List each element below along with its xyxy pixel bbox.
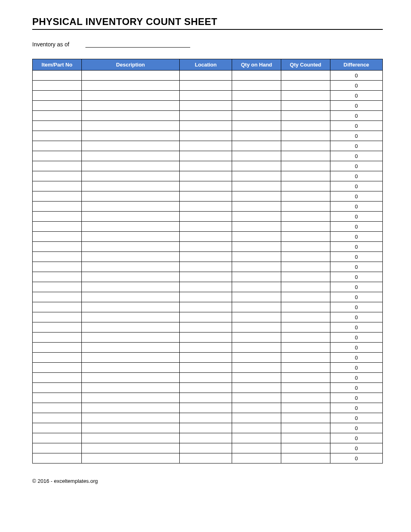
cell-diff[interactable]: 0	[330, 151, 382, 161]
cell-counted[interactable]	[281, 232, 330, 242]
cell-diff[interactable]: 0	[330, 212, 382, 222]
cell-counted[interactable]	[281, 403, 330, 413]
cell-diff[interactable]: 0	[330, 373, 382, 383]
cell-item[interactable]	[33, 191, 82, 202]
cell-desc[interactable]	[81, 383, 179, 393]
cell-item[interactable]	[33, 312, 82, 322]
cell-counted[interactable]	[281, 292, 330, 302]
cell-desc[interactable]	[81, 443, 179, 453]
cell-counted[interactable]	[281, 322, 330, 332]
cell-item[interactable]	[33, 302, 82, 312]
cell-diff[interactable]: 0	[330, 242, 382, 252]
cell-desc[interactable]	[81, 81, 179, 91]
cell-item[interactable]	[33, 121, 82, 131]
cell-loc[interactable]	[179, 433, 232, 443]
cell-item[interactable]	[33, 222, 82, 232]
cell-desc[interactable]	[81, 403, 179, 413]
cell-item[interactable]	[33, 413, 82, 423]
cell-diff[interactable]: 0	[330, 272, 382, 282]
cell-onhand[interactable]	[232, 433, 281, 443]
cell-diff[interactable]: 0	[330, 332, 382, 343]
cell-diff[interactable]: 0	[330, 443, 382, 453]
cell-diff[interactable]: 0	[330, 191, 382, 202]
cell-counted[interactable]	[281, 202, 330, 212]
cell-diff[interactable]: 0	[330, 121, 382, 131]
cell-counted[interactable]	[281, 373, 330, 383]
cell-counted[interactable]	[281, 151, 330, 161]
cell-desc[interactable]	[81, 363, 179, 373]
cell-counted[interactable]	[281, 111, 330, 121]
cell-onhand[interactable]	[232, 383, 281, 393]
cell-desc[interactable]	[81, 413, 179, 423]
cell-onhand[interactable]	[232, 282, 281, 292]
cell-item[interactable]	[33, 242, 82, 252]
cell-counted[interactable]	[281, 433, 330, 443]
cell-loc[interactable]	[179, 202, 232, 212]
cell-item[interactable]	[33, 393, 82, 403]
cell-onhand[interactable]	[232, 373, 281, 383]
cell-desc[interactable]	[81, 423, 179, 433]
cell-diff[interactable]: 0	[330, 383, 382, 393]
cell-desc[interactable]	[81, 181, 179, 191]
cell-diff[interactable]: 0	[330, 181, 382, 191]
cell-loc[interactable]	[179, 171, 232, 181]
cell-onhand[interactable]	[232, 363, 281, 373]
cell-diff[interactable]: 0	[330, 282, 382, 292]
cell-counted[interactable]	[281, 443, 330, 453]
cell-counted[interactable]	[281, 312, 330, 322]
cell-onhand[interactable]	[232, 413, 281, 423]
cell-counted[interactable]	[281, 252, 330, 262]
cell-counted[interactable]	[281, 212, 330, 222]
cell-onhand[interactable]	[232, 202, 281, 212]
cell-item[interactable]	[33, 423, 82, 433]
cell-onhand[interactable]	[232, 393, 281, 403]
cell-onhand[interactable]	[232, 141, 281, 151]
cell-desc[interactable]	[81, 202, 179, 212]
cell-counted[interactable]	[281, 272, 330, 282]
cell-loc[interactable]	[179, 383, 232, 393]
cell-diff[interactable]: 0	[330, 453, 382, 463]
cell-loc[interactable]	[179, 312, 232, 322]
cell-onhand[interactable]	[232, 423, 281, 433]
cell-desc[interactable]	[81, 322, 179, 332]
cell-item[interactable]	[33, 252, 82, 262]
cell-diff[interactable]: 0	[330, 353, 382, 363]
cell-desc[interactable]	[81, 302, 179, 312]
cell-item[interactable]	[33, 111, 82, 121]
cell-diff[interactable]: 0	[330, 343, 382, 353]
cell-item[interactable]	[33, 212, 82, 222]
cell-item[interactable]	[33, 101, 82, 111]
cell-item[interactable]	[33, 363, 82, 373]
cell-item[interactable]	[33, 71, 82, 81]
cell-desc[interactable]	[81, 232, 179, 242]
cell-counted[interactable]	[281, 343, 330, 353]
cell-counted[interactable]	[281, 71, 330, 81]
cell-item[interactable]	[33, 131, 82, 141]
cell-onhand[interactable]	[232, 353, 281, 363]
cell-diff[interactable]: 0	[330, 81, 382, 91]
cell-counted[interactable]	[281, 282, 330, 292]
cell-onhand[interactable]	[232, 161, 281, 171]
cell-loc[interactable]	[179, 242, 232, 252]
cell-desc[interactable]	[81, 312, 179, 322]
cell-diff[interactable]: 0	[330, 222, 382, 232]
cell-onhand[interactable]	[232, 302, 281, 312]
cell-loc[interactable]	[179, 423, 232, 433]
cell-item[interactable]	[33, 202, 82, 212]
cell-desc[interactable]	[81, 242, 179, 252]
cell-item[interactable]	[33, 161, 82, 171]
cell-item[interactable]	[33, 383, 82, 393]
cell-onhand[interactable]	[232, 443, 281, 453]
cell-diff[interactable]: 0	[330, 131, 382, 141]
cell-onhand[interactable]	[232, 332, 281, 343]
cell-counted[interactable]	[281, 91, 330, 101]
cell-onhand[interactable]	[232, 232, 281, 242]
cell-diff[interactable]: 0	[330, 252, 382, 262]
cell-item[interactable]	[33, 272, 82, 282]
cell-onhand[interactable]	[232, 272, 281, 282]
cell-onhand[interactable]	[232, 312, 281, 322]
cell-counted[interactable]	[281, 332, 330, 343]
cell-onhand[interactable]	[232, 171, 281, 181]
cell-item[interactable]	[33, 81, 82, 91]
cell-diff[interactable]: 0	[330, 161, 382, 171]
